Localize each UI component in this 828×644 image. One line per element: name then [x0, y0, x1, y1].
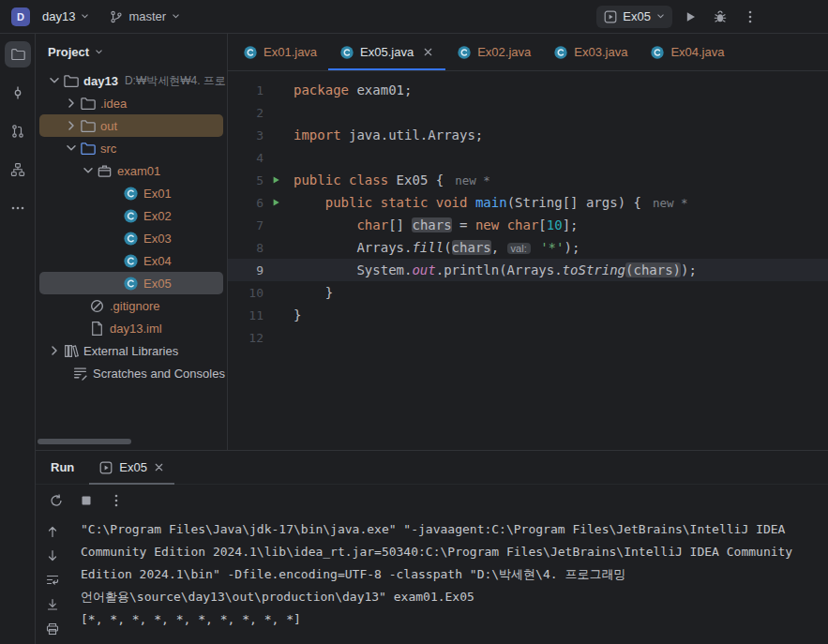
folder-icon [80, 118, 96, 134]
debug-button[interactable] [708, 5, 732, 29]
class-icon [123, 253, 139, 269]
console-line: Community Edition 2024.1\lib\idea_rt.jar… [81, 541, 822, 563]
kebab-button[interactable] [105, 489, 128, 512]
project-badge[interactable]: D [11, 7, 30, 26]
tab-label: Ex02.java [477, 45, 531, 59]
tree-item-src[interactable]: src [36, 137, 227, 159]
tree-item-out[interactable]: out [39, 114, 223, 137]
scroll-end-button[interactable] [41, 593, 64, 616]
tree-item-external-libraries[interactable]: External Libraries [36, 339, 227, 362]
tree-item-ex03[interactable]: Ex03 [36, 227, 227, 249]
code-line-9[interactable]: 9 System.out.println(Arrays.toString(cha… [228, 259, 828, 281]
chevron-down-icon[interactable] [81, 163, 96, 178]
soft-wrap-button[interactable] [41, 569, 64, 592]
tree-item-day13[interactable]: day13D:₩박세현₩4. 프로 [36, 69, 227, 92]
chevron-down-icon[interactable] [47, 73, 62, 88]
code-line-4[interactable]: 4 [228, 146, 828, 169]
line-number: 5 [228, 173, 263, 187]
code-line-3[interactable]: 3import java.util.Arrays; [228, 124, 828, 146]
line-number: 7 [228, 218, 263, 232]
activity-commit-button[interactable] [5, 80, 31, 106]
activity-structure-button[interactable] [5, 157, 31, 183]
console-gutter [36, 517, 69, 644]
activity-more-button[interactable] [5, 195, 31, 221]
editor-tab-ex03-java[interactable]: Ex03.java [542, 34, 639, 70]
project-panel-header[interactable]: Project [36, 34, 227, 69]
rerun-button[interactable] [45, 489, 68, 512]
tree-item-gitignore[interactable]: .gitignore [36, 294, 227, 317]
chevron-spacer [107, 208, 122, 223]
run-gutter-icon[interactable] [270, 174, 281, 186]
class-icon [457, 45, 472, 60]
pull-requests-icon [10, 124, 25, 139]
horizontal-scrollbar-thumb[interactable] [38, 439, 131, 444]
project-panel: Project day13D:₩박세현₩4. 프로.ideaoutsrcexam… [36, 34, 228, 450]
chevron-spacer [107, 186, 122, 201]
chevron-right-icon[interactable] [64, 118, 79, 133]
tree-item-idea[interactable]: .idea [36, 92, 227, 114]
close-icon[interactable] [422, 46, 434, 58]
run-button[interactable] [678, 5, 702, 29]
code-line-7[interactable]: 7 char[] chars = new char[10]; [228, 214, 828, 236]
close-icon[interactable] [153, 461, 165, 473]
chevron-right-icon[interactable] [64, 96, 79, 111]
activity-pull-requests-button[interactable] [5, 118, 31, 144]
run-panel-header: Run Ex05 [36, 451, 828, 485]
tab-label: Ex01.java [263, 45, 317, 59]
code-line-1[interactable]: 1package exam01; [228, 79, 828, 101]
chevron-right-icon[interactable] [47, 343, 62, 358]
editor-tab-ex01-java[interactable]: Ex01.java [232, 34, 328, 70]
code-line-8[interactable]: 8 Arrays.fill(chars, val: '*'); [228, 236, 828, 259]
arrow-up-button[interactable] [41, 520, 64, 543]
code-line-6[interactable]: 6 public static void main(String[] args)… [228, 191, 828, 214]
tab-label: Ex05.java [360, 45, 414, 59]
code-line-12[interactable]: 12 [228, 326, 828, 349]
more-icon [10, 201, 25, 216]
chevron-spacer [56, 366, 71, 381]
tree-item-ex02[interactable]: Ex02 [36, 204, 227, 227]
tree-item-label: day13 [83, 74, 118, 88]
stop-button[interactable] [75, 489, 98, 512]
chevron-down-icon[interactable] [64, 141, 79, 156]
print-button[interactable] [41, 618, 64, 640]
tree-item-day13-iml[interactable]: day13.iml [36, 317, 227, 339]
soft-wrap-icon [45, 573, 60, 588]
more-actions-button[interactable] [738, 5, 762, 29]
folder-icon [63, 73, 79, 89]
editor-tab-ex05-java[interactable]: Ex05.java [328, 34, 445, 70]
line-number: 11 [228, 308, 263, 322]
scroll-end-icon [45, 597, 60, 612]
tree-item-ex05[interactable]: Ex05 [39, 272, 223, 294]
arrow-down-button[interactable] [41, 545, 64, 567]
editor-tab-ex02-java[interactable]: Ex02.java [445, 34, 542, 70]
run-config-icon [603, 9, 618, 24]
tree-item-ex01[interactable]: Ex01 [36, 182, 227, 204]
class-icon [553, 45, 568, 60]
structure-icon [10, 162, 25, 177]
class-icon [650, 45, 665, 60]
run-tab[interactable]: Ex05 [89, 451, 174, 485]
project-panel-title: Project [48, 45, 89, 59]
libraries-icon [63, 343, 79, 359]
branch-widget[interactable]: master [102, 6, 188, 28]
run-config-selector[interactable]: Ex05 [596, 6, 672, 28]
editor-tab-ex04-java[interactable]: Ex04.java [639, 34, 735, 70]
stop-icon [79, 493, 94, 508]
tree-item-exam01[interactable]: exam01 [36, 159, 227, 182]
run-gutter-icon[interactable] [270, 197, 281, 208]
line-number: 1 [228, 83, 263, 97]
code-line-11[interactable]: 11} [228, 304, 828, 326]
tree-item-ex04[interactable]: Ex04 [36, 249, 227, 272]
line-number: 6 [228, 196, 263, 210]
run-panel-title: Run [51, 460, 74, 474]
titlebar-right: Ex05 [596, 5, 762, 29]
main-area: Project day13D:₩박세현₩4. 프로.ideaoutsrcexam… [0, 34, 828, 644]
tree-item-scratches-and-consoles[interactable]: Scratches and Consoles [36, 362, 227, 384]
code-line-5[interactable]: 5public class Ex05 {new * [228, 169, 828, 191]
code-line-10[interactable]: 10 } [228, 281, 828, 304]
activity-project-button[interactable] [5, 41, 31, 67]
code-text: import java.util.Arrays; [288, 127, 483, 142]
code-line-2[interactable]: 2 [228, 101, 828, 124]
project-switcher[interactable]: day13 [36, 6, 97, 27]
kebab-icon [109, 493, 124, 508]
